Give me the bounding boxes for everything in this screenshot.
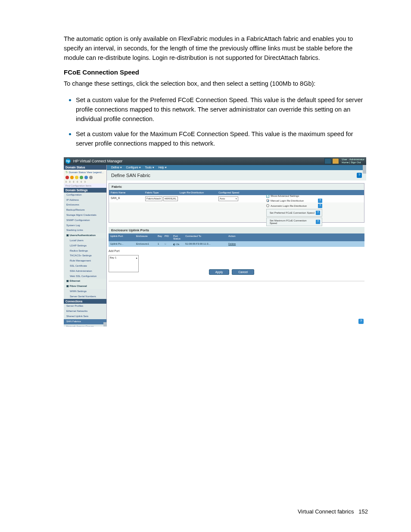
sidebar-fc-header[interactable]: ▣ Fibre Channel (64, 284, 106, 289)
hp-logo-icon: hp (65, 159, 71, 164)
advanced-settings: ✓Show Advanced Settings Manual Login Re-… (266, 194, 322, 227)
doc-sub-paragraph: To change these settings, click the sele… (64, 79, 368, 89)
show-advanced-checkbox[interactable]: ✓Show Advanced Settings (266, 195, 322, 198)
sidebar-item-server-profiles[interactable]: Server Profiles (64, 304, 106, 309)
cancel-button[interactable]: Cancel (232, 269, 254, 275)
sidebar-item-web-ssl[interactable]: Web SSL Configuration (64, 274, 106, 279)
sidebar-domain-settings-header[interactable]: Domain Settings (64, 188, 106, 193)
sidebar-ethernet-header[interactable]: ▣ Ethernet (64, 279, 106, 284)
sidebar-status-icons (64, 175, 106, 180)
sidebar-item-role-mgmt[interactable]: Role Management (64, 258, 106, 264)
menu-configure[interactable]: Configure ▾ (126, 166, 141, 169)
apply-button[interactable]: Apply (209, 269, 230, 275)
col-configured-speed: Configured Speed (217, 190, 243, 195)
sidebar-item-storage-creds[interactable]: Storage Mgmt Credentials (64, 213, 106, 218)
app-titlebar: hp HP Virtual Connect Manager User : Adm… (64, 157, 366, 165)
max-speed-checkbox[interactable]: Set Maximum FCoE Connection Speed? (266, 218, 322, 226)
uplink-row: Uplink Po... Enclosure1 1 ○ ◐ Ok 51:08:0… (109, 241, 364, 247)
status-gray-icon (89, 176, 93, 179)
pref-speed-checkbox[interactable]: Set Preferred FCoE Connection Speed? (266, 209, 322, 217)
sidebar-status-link[interactable]: Domain Status View Legend... (69, 171, 104, 174)
add-port-label: Add Port (109, 249, 364, 252)
menu-define[interactable]: Define ▾ (111, 166, 122, 169)
status-green-icon (80, 176, 83, 179)
sidebar-item-shared-uplink[interactable]: Shared Uplink Sets (64, 314, 106, 319)
sidebar-item-snmp[interactable]: SNMP Configuration (64, 218, 106, 223)
sidebar-item-ldap[interactable]: LDAP Settings (64, 243, 106, 249)
sidebar-item-configuration[interactable]: Configuration (64, 193, 106, 198)
uplink-delete-link[interactable]: Delete (227, 241, 244, 247)
help-auto-icon[interactable]: ? (318, 204, 322, 208)
help-pref-icon[interactable]: ? (316, 211, 320, 215)
manual-redist-radio[interactable]: Manual Login Re-Distribution? (266, 199, 322, 203)
cell-fabric-name[interactable]: SAN_A (109, 195, 143, 202)
sidebar-item-server-serial[interactable]: Server Serial Numbers (64, 294, 106, 299)
status-yellow-icon (75, 176, 78, 179)
sidebar-connections-header[interactable]: Connections (64, 299, 106, 304)
col-bay: Bay (156, 233, 163, 241)
sidebar-item-network-access-groups[interactable]: Network Access Groups (64, 324, 106, 327)
sidebar-item-tacacs[interactable]: TACACS+ Settings (64, 253, 106, 258)
col-login-redist: Login Re-Distribution (178, 190, 217, 195)
sidebar-item-wwn[interactable]: WWN Settings (64, 289, 106, 294)
help-manual-icon[interactable]: ? (318, 199, 322, 203)
cell-port-status: ◐ Ok (171, 241, 184, 247)
scrollbar-thumb[interactable] (363, 165, 366, 174)
sidebar-users-header[interactable]: ▣ Users/Authentication (64, 233, 106, 238)
doc-bullet-2: Set a custom value for the Maximum FCoE … (76, 129, 368, 149)
cell-pid: ○ (163, 241, 171, 247)
sidebar-item-local-users[interactable]: Local Users (64, 238, 106, 243)
status-blue-icon (84, 176, 88, 179)
fabric-type-select[interactable]: FabricAttach (145, 196, 162, 201)
footer-help-icon[interactable]: ? (358, 319, 364, 324)
sidebar: Domain Status ↻ Domain Status View Legen… (64, 165, 107, 327)
sidebar-item-system-log[interactable]: System Log (64, 223, 106, 228)
user-info: User : Administrator Home | Sign Out (342, 158, 364, 164)
sidebar-item-san-fabrics[interactable]: SAN Fabrics (64, 319, 106, 324)
user-line-2[interactable]: Home | Sign Out (342, 161, 364, 164)
sidebar-item-ip-address[interactable]: IP Address (64, 198, 106, 203)
menu-tools[interactable]: Tools ▾ (145, 166, 154, 169)
app-title: HP Virtual Connect Manager (73, 159, 122, 163)
sidebar-item-ethernet-networks[interactable]: Ethernet Networks (64, 309, 106, 314)
sidebar-item-ssl-cert[interactable]: SSL Certificate (64, 264, 106, 269)
menu-help[interactable]: Help ▾ (159, 166, 167, 169)
sidebar-item-radius[interactable]: Radius Settings (64, 249, 106, 254)
fabric-panel-title: Fabric (109, 184, 364, 190)
col-port-status: Port Status (171, 233, 184, 241)
configured-speed-select[interactable]: Auto▾ (218, 196, 238, 201)
cell-bay: 1 (156, 241, 163, 247)
col-pid: PID (163, 233, 171, 241)
uplink-panel-title: Enclosure Uplink Ports (109, 227, 364, 233)
titlebar-action-icon-1[interactable] (324, 158, 331, 164)
user-line-1: User : Administrator (342, 158, 364, 161)
doc-intro-paragraph: The automatic option is only available o… (64, 34, 368, 62)
col-fabric-name: Fabric Name (109, 190, 143, 195)
sidebar-item-stacking-links[interactable]: Stacking Links (64, 228, 106, 233)
auto-redist-radio[interactable]: Automatic Login Re-Distribution? (266, 204, 322, 208)
content-area: Define SAN Fabric ? Fabric Fabric Name F… (107, 170, 366, 327)
cell-connected-to: 51:08:05:F3:00:11:3... (184, 241, 227, 247)
add-port-select[interactable]: Bay 1▸ (109, 255, 139, 272)
col-uplink-port: Uplink Port (109, 233, 134, 241)
doc-bullet-list: Set a custom value for the Preferred FCo… (64, 95, 368, 149)
sidebar-item-enclosures[interactable]: Enclosures (64, 202, 106, 208)
fabric-panel: Fabric Fabric Name Fabric Type Login Re-… (109, 183, 364, 223)
col-action: Action (227, 233, 244, 241)
menubar: Define ▾ Configure ▾ Tools ▾ Help ▾ (64, 165, 366, 170)
titlebar-home-icon[interactable] (332, 158, 339, 164)
sidebar-item-backup-restore[interactable]: Backup/Restore (64, 208, 106, 213)
help-max-icon[interactable]: ? (316, 220, 320, 224)
col-fabric-type: Fabric Type (143, 190, 178, 195)
help-icon[interactable]: ? (357, 173, 362, 178)
sidebar-find-input[interactable]: Find Configuration Items (64, 184, 106, 188)
col-connected-to: Connected To (184, 233, 227, 241)
app-screenshot: hp HP Virtual Connect Manager User : Adm… (64, 157, 366, 327)
cell-enclosure: Enclosure1 (134, 241, 156, 247)
doc-heading-fcoe: FCoE Connection Speed (64, 68, 368, 76)
sidebar-scroll-thumb[interactable] (103, 322, 107, 327)
col-enclosure: Enclosure (134, 233, 156, 241)
fabric-type-manual-select[interactable]: ▾MANUAL (163, 196, 178, 201)
sidebar-domain-status-header: Domain Status (64, 165, 106, 170)
sidebar-item-ssh-admin[interactable]: SSH Administration (64, 269, 106, 274)
